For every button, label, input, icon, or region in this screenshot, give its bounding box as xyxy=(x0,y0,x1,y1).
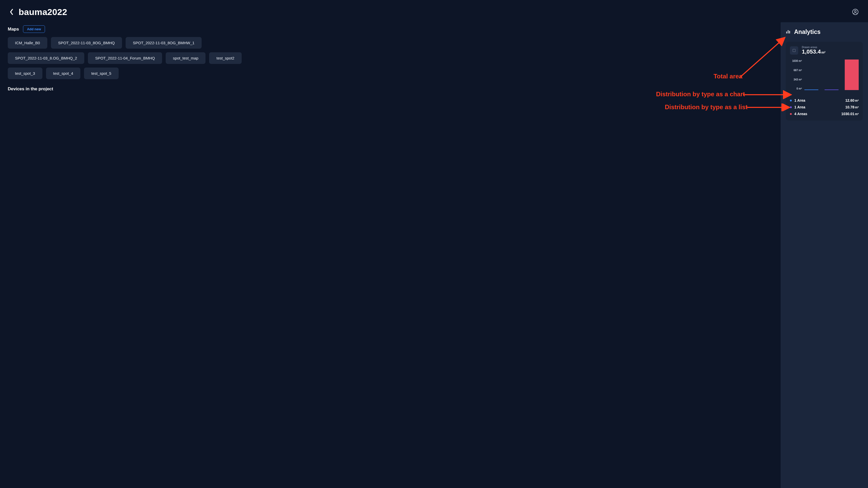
legend-dot-icon xyxy=(790,106,792,108)
draw-area-icon xyxy=(790,46,798,55)
distribution-list: 1 Area 12.60m² 1 Area 10.78m² xyxy=(790,98,859,116)
svg-rect-7 xyxy=(789,31,790,33)
chart-y-tick: 687 m² xyxy=(794,69,802,72)
body: Maps Add new ICM_Halle_B0 SPOT_2022-11-0… xyxy=(0,22,868,488)
analytics-icon xyxy=(786,29,790,35)
list-item: 4 Areas 1030.01m² xyxy=(790,112,859,116)
map-chip[interactable]: ICM_Halle_B0 xyxy=(8,37,47,49)
svg-line-2 xyxy=(739,38,784,78)
chart-y-axis: 1030 m² 687 m² 343 m² 0 m² xyxy=(790,59,802,90)
list-item-label: 1 Area xyxy=(794,105,805,109)
map-chip[interactable]: test_spot_4 xyxy=(46,67,81,79)
map-chip[interactable]: SPOT_2022-11-03_8OG_BMHQ xyxy=(51,37,122,49)
list-item-label: 4 Areas xyxy=(794,112,807,116)
map-chip[interactable]: SPOT_2022-11-04_Forum_BMHQ xyxy=(88,52,162,64)
annotation-overlay: Total area Distribution by type as a cha… xyxy=(0,22,781,488)
analytics-header: Analytics xyxy=(786,28,863,35)
drawn-areas-value: 1,053.4 xyxy=(802,48,821,55)
chart-y-tick: 0 m² xyxy=(797,87,802,90)
map-chip[interactable]: test_spot2 xyxy=(209,52,241,64)
devices-section-title: Devices in the project xyxy=(8,86,773,92)
chart-bars xyxy=(804,59,859,90)
list-item-unit: m² xyxy=(855,106,859,109)
list-item-value: 10.78 xyxy=(845,105,854,109)
drawn-areas-total: Drawn areas 1,053.4m² xyxy=(802,46,825,55)
maps-label: Maps xyxy=(8,27,19,32)
annotation-total-area: Total area xyxy=(713,73,742,80)
back-button[interactable] xyxy=(9,8,14,16)
add-new-button[interactable]: Add new xyxy=(23,25,45,33)
maps-chip-list: ICM_Halle_B0 SPOT_2022-11-03_8OG_BMHQ SP… xyxy=(8,37,261,79)
list-item: 1 Area 12.60m² xyxy=(790,98,859,103)
svg-rect-8 xyxy=(793,49,795,52)
map-chip[interactable]: spot_test_map xyxy=(166,52,206,64)
list-item-label: 1 Area xyxy=(794,98,805,103)
chart-bar xyxy=(804,89,818,90)
header-left: bauma2022 xyxy=(9,7,67,17)
analytics-card: Drawn areas 1,053.4m² 1030 m² 687 m² 343… xyxy=(786,42,863,121)
svg-rect-5 xyxy=(786,32,787,33)
main-content: Maps Add new ICM_Halle_B0 SPOT_2022-11-0… xyxy=(0,22,781,488)
page-title: bauma2022 xyxy=(19,7,67,17)
chart-bar xyxy=(845,59,859,90)
list-item-unit: m² xyxy=(855,99,859,103)
chart-y-tick: 343 m² xyxy=(794,78,802,81)
analytics-card-header: Drawn areas 1,053.4m² xyxy=(790,46,859,55)
analytics-title: Analytics xyxy=(794,28,820,35)
svg-point-1 xyxy=(855,10,856,12)
analytics-panel: Analytics Drawn areas 1,053.4m² xyxy=(781,22,868,488)
legend-dot-icon xyxy=(790,113,792,115)
distribution-chart: 1030 m² 687 m² 343 m² 0 m² xyxy=(790,59,859,93)
map-chip[interactable]: test_spot_3 xyxy=(8,67,42,79)
list-item: 1 Area 10.78m² xyxy=(790,105,859,109)
map-chip[interactable]: SPOT_2022-11-03_8OG_BMHW_1 xyxy=(126,37,202,49)
app-header: bauma2022 xyxy=(0,0,868,21)
list-item-value: 12.60 xyxy=(845,98,854,103)
chart-bar xyxy=(825,89,839,90)
list-item-value: 1030.01 xyxy=(841,112,855,116)
maps-section-header: Maps Add new xyxy=(8,25,773,33)
profile-icon[interactable] xyxy=(852,8,859,15)
list-item-unit: m² xyxy=(855,112,859,116)
annotation-list: Distribution by type as a list xyxy=(665,104,748,111)
chart-y-tick: 1030 m² xyxy=(792,59,802,62)
map-chip[interactable]: test_spot_5 xyxy=(84,67,119,79)
annotation-chart: Distribution by type as a chart xyxy=(656,91,745,98)
legend-dot-icon xyxy=(790,99,792,102)
svg-rect-6 xyxy=(788,30,788,33)
drawn-areas-unit: m² xyxy=(821,51,825,54)
map-chip[interactable]: SPOT_2022-11-03_8.OG_BMHQ_2 xyxy=(8,52,84,64)
